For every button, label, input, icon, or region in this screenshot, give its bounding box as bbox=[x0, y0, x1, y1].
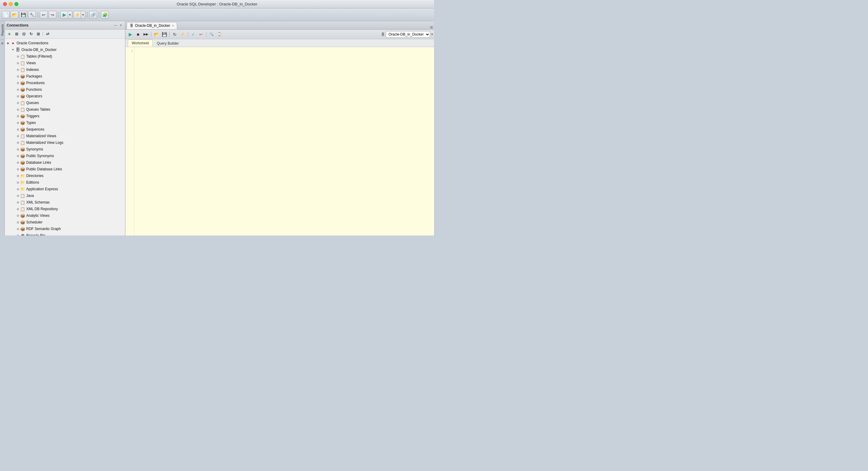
expand-icon-operators[interactable]: ⊕ bbox=[16, 94, 20, 98]
tree-item-recycle-bin[interactable]: ⊕ 🗑 Recycle Bin bbox=[5, 232, 125, 235]
tree-item-procedures[interactable]: ⊕ 📦 Procedures bbox=[5, 80, 125, 86]
tree-item-functions[interactable]: ⊕ 📦 Functions bbox=[5, 86, 125, 93]
debug-dropdown-arrow[interactable]: ▾ bbox=[81, 11, 85, 19]
tree-item-tables-filtered[interactable]: ⊕ 📋 Tables (Filtered) bbox=[5, 53, 125, 60]
expand-icon-xml-db-repo[interactable]: ⊕ bbox=[16, 207, 20, 211]
tree-item-oracle-connections[interactable]: ▶ ● Oracle Connections bbox=[5, 40, 125, 47]
redo-button[interactable]: ↪ bbox=[49, 11, 56, 19]
expand-icon-packages[interactable]: ⊕ bbox=[16, 74, 20, 79]
connections-minimize-button[interactable]: ─ bbox=[113, 23, 118, 28]
execute-explain-button[interactable]: ⚡ bbox=[179, 31, 186, 38]
autotrace-button[interactable]: 🔍 bbox=[208, 31, 215, 38]
tree-item-oracle-db-docker[interactable]: ▼ 🗄 Oracle-DB_in_Docker bbox=[5, 47, 125, 53]
tree-item-database-links[interactable]: ⊕ 📦 Database Links bbox=[5, 159, 125, 166]
tree-item-indexes[interactable]: ⊕ 📋 Indexes bbox=[5, 66, 125, 73]
expand-icon-public-synonyms[interactable]: ⊕ bbox=[16, 154, 20, 158]
tree-item-triggers[interactable]: ⊕ 📦 Triggers bbox=[5, 113, 125, 119]
connection-dropdown-arrow[interactable]: ▾ bbox=[431, 33, 433, 36]
run-dropdown-arrow[interactable]: ▾ bbox=[68, 11, 72, 19]
tab-query-builder[interactable]: Query Builder bbox=[153, 40, 183, 47]
new-file-button[interactable]: 📄 bbox=[2, 11, 10, 19]
connections-tree[interactable]: ▶ ● Oracle Connections ▼ 🗄 Oracle-DB_in_… bbox=[5, 38, 125, 235]
connections-filter-button[interactable]: ⊟ bbox=[21, 31, 27, 37]
expand-icon-rdf-semantic[interactable]: ⊕ bbox=[16, 227, 20, 231]
expand-icon-oracle-connections[interactable]: ▶ bbox=[6, 41, 10, 45]
run-button[interactable]: ▶ bbox=[60, 11, 68, 19]
tree-item-views[interactable]: ⊕ 📋 Views bbox=[5, 60, 125, 66]
save-button[interactable]: 💾 bbox=[19, 11, 27, 19]
tab-close-button[interactable]: × bbox=[172, 24, 174, 27]
expand-icon-synonyms[interactable]: ⊕ bbox=[16, 147, 20, 151]
expand-icon-sequences[interactable]: ⊕ bbox=[16, 127, 20, 131]
expand-icon-scheduler[interactable]: ⊕ bbox=[16, 220, 20, 224]
side-tab-2[interactable]: ⊞ bbox=[0, 40, 4, 47]
tree-item-analytic-views[interactable]: ⊕ 📦 Analytic Views bbox=[5, 212, 125, 219]
undo-button[interactable]: ↩ bbox=[40, 11, 48, 19]
expand-icon-editions[interactable]: ⊕ bbox=[16, 180, 20, 184]
tree-item-xml-schemas[interactable]: ⊕ 📋 XML Schemas bbox=[5, 199, 125, 206]
connections-close-button[interactable]: × bbox=[119, 23, 123, 28]
expand-icon-queues-tables[interactable]: ⊕ bbox=[16, 107, 20, 112]
maximize-button[interactable] bbox=[14, 2, 19, 6]
tree-item-synonyms[interactable]: ⊕ 📦 Synonyms bbox=[5, 146, 125, 153]
tree-item-public-db-links[interactable]: ⊕ 📦 Public Database Links bbox=[5, 166, 125, 173]
connections-button[interactable]: 🔗 bbox=[89, 11, 97, 19]
commit-button[interactable]: ✓ bbox=[190, 31, 197, 38]
reports-tab[interactable]: Reports bbox=[0, 22, 5, 38]
expand-icon-analytic-views[interactable]: ⊕ bbox=[16, 213, 20, 218]
expand-icon-public-db-links[interactable]: ⊕ bbox=[16, 167, 20, 171]
tree-item-app-express[interactable]: ⊕ 📁 Application Express bbox=[5, 186, 125, 193]
expand-icon-directories[interactable]: ⊕ bbox=[16, 174, 20, 178]
connections-expand-button[interactable]: ⊞ bbox=[13, 31, 20, 37]
expand-icon-mat-view-logs[interactable]: ⊕ bbox=[16, 141, 20, 145]
run-script-button[interactable]: ▶▶ bbox=[142, 31, 150, 38]
tree-item-operators[interactable]: ⊕ 📦 Operators bbox=[5, 93, 125, 99]
expand-icon-recycle-bin[interactable]: ⊕ bbox=[16, 233, 20, 235]
main-tab[interactable]: 🗄 Oracle-DB_in_Docker × bbox=[127, 22, 177, 29]
expand-icon-tables-filtered[interactable]: ⊕ bbox=[16, 54, 20, 59]
open-worksheet-button[interactable]: 📂 bbox=[153, 31, 160, 38]
run-dropdown[interactable]: ▶ ▾ bbox=[60, 11, 72, 19]
open-file-button[interactable]: 📂 bbox=[10, 11, 19, 19]
expand-icon-functions[interactable]: ⊕ bbox=[16, 87, 20, 92]
tree-item-mat-view-logs[interactable]: ⊕ 📋 Materialized View Logs bbox=[5, 139, 125, 146]
connection-dropdown[interactable]: Oracle-DB_in_Docker bbox=[386, 31, 430, 38]
tab-bar-expand[interactable]: ⊞ bbox=[430, 25, 433, 29]
rollback-button[interactable]: ↩ bbox=[197, 31, 205, 38]
expand-icon-java[interactable]: ⊕ bbox=[16, 194, 20, 198]
tree-item-types[interactable]: ⊕ 📦 Types bbox=[5, 119, 125, 126]
tree-item-java[interactable]: ⊕ 📋 Java bbox=[5, 193, 125, 199]
tree-item-queues[interactable]: ⊕ 📋 Queues bbox=[5, 99, 125, 106]
tree-item-queues-tables[interactable]: ⊕ 📋 Queues Tables bbox=[5, 106, 125, 113]
tree-item-scheduler[interactable]: ⊕ 📦 Scheduler bbox=[5, 219, 125, 226]
expand-icon-oracle-db-docker[interactable]: ▼ bbox=[11, 48, 15, 52]
expand-icon-queues[interactable]: ⊕ bbox=[16, 101, 20, 105]
tree-item-materialized-views[interactable]: ⊕ 📋 Materialized Views bbox=[5, 133, 125, 139]
expand-icon-database-links[interactable]: ⊕ bbox=[16, 160, 20, 165]
expand-icon-triggers[interactable]: ⊕ bbox=[16, 114, 20, 118]
debug-button[interactable]: ⚡ bbox=[73, 11, 81, 19]
history-button[interactable]: ⌚ bbox=[216, 31, 223, 38]
tree-item-editions[interactable]: ⊕ 📁 Editions bbox=[5, 179, 125, 186]
editor-main[interactable] bbox=[134, 47, 434, 235]
run-statement-button[interactable]: ▶ bbox=[127, 31, 134, 38]
connections-schema-button[interactable]: ⊞ bbox=[35, 31, 41, 37]
expand-icon-app-express[interactable]: ⊕ bbox=[16, 187, 20, 191]
save-worksheet-button[interactable]: 💾 bbox=[161, 31, 168, 38]
expand-icon-types[interactable]: ⊕ bbox=[16, 121, 20, 125]
tree-item-public-synonyms[interactable]: ⊕ 📦 Public Synonyms bbox=[5, 153, 125, 159]
debug-dropdown[interactable]: ⚡ ▾ bbox=[73, 11, 85, 19]
tree-item-packages[interactable]: ⊕ 📦 Packages bbox=[5, 73, 125, 80]
window-controls[interactable] bbox=[3, 2, 19, 6]
tab-worksheet[interactable]: Worksheet bbox=[128, 39, 153, 47]
tree-item-xml-db-repo[interactable]: ⊕ 📋 XML DB Repository bbox=[5, 206, 125, 212]
connections-sync-button[interactable]: ⇄ bbox=[44, 31, 51, 37]
connections-refresh-button[interactable]: ↻ bbox=[28, 31, 34, 37]
minimize-button[interactable] bbox=[9, 2, 13, 6]
tree-item-rdf-semantic[interactable]: ⊕ 📦 RDF Semantic Graph bbox=[5, 226, 125, 232]
close-button[interactable] bbox=[3, 2, 7, 6]
stop-button[interactable]: ■ bbox=[134, 31, 142, 38]
refresh-connection-button[interactable]: ↻ bbox=[171, 31, 179, 38]
sql-editor[interactable] bbox=[135, 48, 433, 234]
sqldeveloper-button[interactable]: 🔧 bbox=[28, 11, 36, 19]
